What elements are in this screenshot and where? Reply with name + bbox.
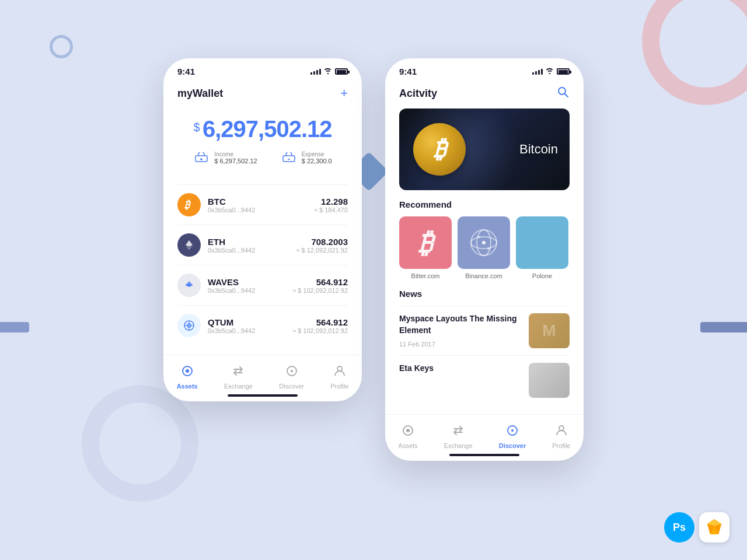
nav-profile-2[interactable]: Profile (552, 424, 570, 449)
eth-logo (177, 233, 201, 257)
nav-profile-1[interactable]: Profile (330, 365, 348, 390)
signal-bar-4 (319, 69, 321, 75)
btc-values: 12.298 ≈ $ 184,470 (314, 197, 348, 214)
news-item-2[interactable]: Eta Keys (399, 355, 570, 405)
recommend-polone[interactable]: Polone (516, 216, 568, 279)
news-item-1[interactable]: Myspace Layouts The Missing Element 11 F… (399, 306, 570, 355)
btc-name: BTC (208, 197, 314, 206)
bitter-label: Bitter.com (399, 272, 452, 279)
bitcoin-label: Bitcoin (519, 142, 558, 157)
crypto-item-qtum[interactable]: QTUM 0x3b5ca0...9442 564.912 ≈ $ 102,092… (177, 305, 348, 345)
search-button[interactable] (557, 86, 570, 102)
phones-container: 9:41 myWa (163, 58, 584, 461)
income-icon (193, 149, 210, 166)
waves-logo (177, 274, 201, 297)
income-info: Income $ 6,297,502.12 (214, 151, 257, 164)
qtum-name: QTUM (208, 317, 292, 327)
balance-amount: 6,297,502.12 (203, 116, 332, 142)
nav-indicator-2 (449, 454, 519, 456)
nav-exchange-2[interactable]: Exchange (444, 424, 473, 449)
signal-bar-2-1 (532, 72, 534, 75)
eth-addr: 0x3b5ca0...9442 (208, 247, 296, 254)
exchange-icon-1 (232, 365, 245, 380)
binance-globe-icon (466, 225, 501, 260)
battery-icon-2 (557, 68, 570, 75)
status-icons-1 (310, 67, 348, 76)
svg-line-15 (565, 94, 568, 97)
btc-addr: 0x3b5ca0...9442 (208, 206, 314, 214)
phone-activity: 9:41 Acit (385, 58, 584, 461)
balance-stats: Income $ 6,297,502.12 (177, 149, 348, 166)
recommend-img-polo (516, 216, 568, 269)
assets-icon-2 (402, 424, 414, 440)
recommend-bitcoin[interactable]: ₿ Bitter.com (399, 216, 452, 279)
waves-amount: 564.912 (292, 277, 348, 287)
nav-assets-1[interactable]: Assets (177, 365, 198, 390)
news-content-2: Eta Keys (399, 363, 522, 374)
news-title-2: Eta Keys (399, 363, 522, 374)
bg-decoration-arc (642, 0, 747, 105)
crypto-item-btc[interactable]: ₿ BTC 0x3b5ca0...9442 12.298 ≈ $ 184,470 (177, 184, 348, 225)
photoshop-logo: Ps (664, 512, 694, 542)
qtum-values: 564.912 ≈ $ 102,092,012.92 (292, 317, 348, 334)
svg-point-12 (291, 370, 293, 372)
bitcoin-coin-symbol: ₿ (434, 135, 446, 163)
profile-icon-2 (555, 424, 568, 440)
bg-decoration-circle (50, 35, 73, 58)
binance-label: Binance.com (458, 272, 510, 279)
wallet-title: myWallet (177, 88, 223, 100)
balance-section: $ 6,297,502.12 Income (177, 110, 348, 180)
svg-point-25 (511, 429, 514, 432)
bg-decoration-bar-right (700, 322, 747, 332)
news-content-1: Myspace Layouts The Missing Element 11 F… (399, 313, 522, 348)
svg-point-19 (482, 241, 486, 244)
income-value: $ 6,297,502.12 (214, 158, 257, 164)
exchange-label-1: Exchange (224, 383, 253, 390)
svg-text:₿: ₿ (184, 199, 191, 211)
crypto-item-eth[interactable]: ETH 0x3b5ca0...9442 708.2003 ≈ $ 12,092,… (177, 225, 348, 265)
add-button[interactable]: + (340, 86, 348, 101)
svg-point-23 (406, 429, 410, 432)
expense-stat: Expense $ 22,300.0 (281, 149, 332, 166)
status-bar-2: 9:41 (385, 58, 584, 81)
nav-exchange-1[interactable]: Exchange (224, 365, 253, 390)
tool-logos: Ps (664, 512, 729, 542)
polo-label: Polone (516, 272, 568, 279)
bitcoin-banner[interactable]: ₿ Bitcoin (399, 108, 570, 190)
battery-icon-1 (335, 68, 348, 75)
eth-usd: ≈ $ 12,092,021.92 (296, 247, 348, 254)
nav-discover-1[interactable]: Discover (279, 365, 304, 390)
expense-label: Expense (302, 151, 332, 158)
svg-point-21 (487, 247, 490, 250)
btc-card-symbol: ₿ (418, 227, 432, 259)
qtum-logo (177, 314, 201, 337)
signal-bars-2 (532, 69, 543, 75)
nav-assets-2[interactable]: Assets (399, 424, 418, 449)
expense-icon (281, 149, 297, 166)
qtum-amount: 564.912 (292, 317, 348, 327)
eth-amount: 708.2003 (296, 237, 348, 247)
signal-bar-2-3 (538, 70, 540, 75)
waves-addr: 0x3b5ca0...9442 (208, 287, 292, 294)
expense-value: $ 22,300.0 (302, 158, 332, 164)
bg-decoration-bar-left (0, 322, 29, 332)
recommend-binance[interactable]: Binance.com (458, 216, 510, 279)
news-thumb-1: M (529, 313, 570, 348)
news-title: News (399, 289, 570, 299)
crypto-item-waves[interactable]: WAVES 0x3b5ca0...9442 564.912 ≈ $ 102,09… (177, 265, 348, 305)
waves-values: 564.912 ≈ $ 102,092,012.92 (292, 277, 348, 294)
btc-amount: 12.298 (314, 197, 348, 206)
nav-discover-2[interactable]: Discover (499, 424, 526, 449)
news-title-1: Myspace Layouts The Missing Element (399, 313, 522, 336)
nav-indicator-1 (228, 394, 298, 397)
discover-label-2: Discover (499, 442, 526, 449)
waves-usd: ≈ $ 102,092,012.92 (292, 287, 348, 294)
phone1-content: myWallet + $ 6,297,502.12 (163, 81, 362, 345)
eth-info: ETH 0x3b5ca0...9442 (208, 237, 296, 254)
wifi-icon-2 (546, 67, 554, 76)
status-time-1: 9:41 (177, 66, 195, 76)
signal-bar-1 (310, 72, 312, 75)
btc-usd: ≈ $ 184,470 (314, 206, 348, 214)
assets-label-1: Assets (177, 383, 198, 390)
phone-wallet: 9:41 myWa (163, 58, 362, 401)
